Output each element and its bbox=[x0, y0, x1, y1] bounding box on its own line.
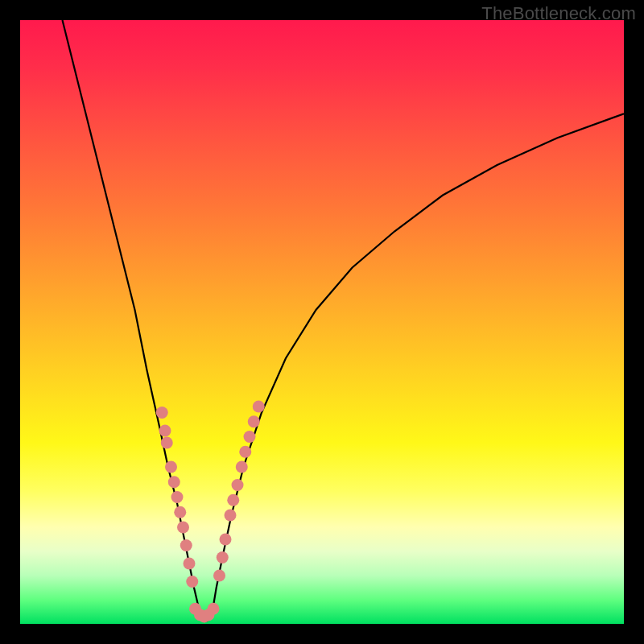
data-marker bbox=[239, 446, 251, 458]
data-marker bbox=[220, 534, 232, 546]
watermark-text: TheBottleneck.com bbox=[481, 3, 636, 24]
data-marker bbox=[227, 494, 239, 506]
data-marker bbox=[184, 558, 196, 570]
curve-layer bbox=[63, 20, 625, 621]
data-marker bbox=[186, 576, 198, 588]
marker-layer bbox=[156, 401, 265, 623]
chart-svg bbox=[20, 20, 624, 624]
data-marker bbox=[232, 479, 244, 491]
data-marker bbox=[248, 415, 260, 427]
data-marker bbox=[161, 437, 173, 449]
data-marker bbox=[208, 603, 220, 615]
data-marker bbox=[213, 570, 225, 582]
data-marker bbox=[177, 522, 189, 534]
data-marker bbox=[180, 539, 192, 551]
data-marker bbox=[171, 491, 184, 503]
bottleneck-curve-path bbox=[63, 20, 625, 621]
data-marker bbox=[236, 461, 248, 473]
data-marker bbox=[244, 431, 256, 443]
chart-frame bbox=[20, 20, 624, 624]
data-marker bbox=[156, 407, 168, 419]
data-marker bbox=[165, 461, 177, 473]
data-marker bbox=[217, 551, 229, 564]
data-marker bbox=[159, 425, 171, 437]
data-marker bbox=[225, 510, 237, 522]
data-marker bbox=[253, 401, 265, 413]
data-marker bbox=[168, 476, 180, 488]
data-marker bbox=[174, 506, 186, 518]
